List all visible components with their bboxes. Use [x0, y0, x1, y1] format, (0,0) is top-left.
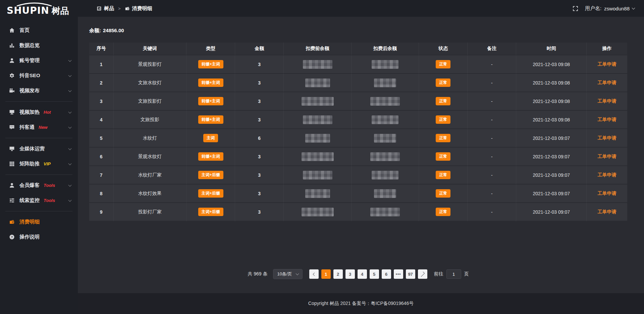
cell-keyword: 投影灯厂家 — [114, 203, 187, 221]
page-button-5[interactable]: 5 — [370, 269, 379, 279]
masked-value — [305, 189, 330, 198]
work-order-link[interactable]: 工单申请 — [598, 209, 616, 214]
cell-index: 6 — [89, 148, 114, 166]
masked-value — [370, 97, 400, 106]
cell-remark: - — [468, 74, 516, 92]
work-order-link[interactable]: 工单申请 — [598, 98, 616, 104]
page-size-value: 10条/页 — [277, 271, 292, 277]
sidebar-item-clue-monitor[interactable]: 线索监控Tools — [0, 193, 78, 208]
masked-value — [302, 97, 334, 106]
work-order-link[interactable]: 工单申请 — [598, 135, 616, 141]
sidebar-item-douyin-seo[interactable]: 抖音SEO — [0, 68, 78, 83]
work-order-link[interactable]: 工单申请 — [598, 117, 616, 122]
sidebar-item-instructions[interactable]: ?操作说明 — [0, 229, 78, 245]
work-order-link[interactable]: 工单申请 — [598, 61, 616, 67]
status-badge: 正常 — [436, 60, 450, 68]
gear-icon — [9, 73, 15, 78]
sidebar-divider — [5, 138, 72, 138]
breadcrumb-label: 树品 — [104, 5, 114, 12]
content-area: 余额:24856.00 序号关键词类型金额扣费前余额扣费后余额状态备注时间操作 … — [78, 17, 644, 293]
sidebar-item-label: 数据总览 — [19, 42, 40, 49]
cell-type: 前缀+主词 — [186, 148, 235, 166]
page-button-97[interactable]: 97 — [406, 269, 415, 279]
status-badge: 正常 — [436, 78, 450, 87]
page-size-select[interactable]: 10条/页 — [273, 269, 303, 279]
sidebar-item-media-operation[interactable]: 全媒体运营 — [0, 141, 78, 156]
cell-amount: 3 — [235, 92, 284, 111]
page-button-2[interactable]: 2 — [333, 269, 343, 279]
cell-remark: - — [468, 111, 516, 129]
cell-action: 工单申请 — [587, 185, 627, 203]
page-button-1[interactable]: 1 — [321, 269, 331, 279]
work-order-link[interactable]: 工单申请 — [598, 154, 616, 159]
cell-index: 8 — [89, 185, 114, 203]
next-page-button[interactable] — [418, 269, 427, 279]
cell-time: 2021-12-03 09:08 — [516, 92, 587, 111]
prev-page-button[interactable] — [309, 269, 319, 279]
table-row: 3文旅投影灯前缀+主词3正常-2021-12-03 09:08工单申请 — [89, 92, 627, 111]
sidebar-divider — [5, 211, 72, 211]
sidebar-item-label: 抖音SEO — [19, 72, 40, 79]
cell-pre-balance — [284, 148, 352, 166]
column-header: 金额 — [235, 43, 284, 55]
chevron-down-icon — [296, 272, 299, 275]
sidebar-divider — [5, 101, 72, 102]
cell-post-balance — [352, 166, 419, 185]
masked-value — [370, 208, 400, 216]
wallet-icon — [9, 219, 15, 225]
cell-type: 主词+后缀 — [186, 185, 235, 203]
cell-pre-balance — [284, 74, 352, 92]
cell-pre-balance — [284, 185, 352, 203]
cell-amount: 3 — [235, 185, 284, 203]
cell-post-balance — [352, 148, 419, 166]
wallet-icon — [125, 6, 130, 11]
work-order-link[interactable]: 工单申请 — [598, 191, 616, 196]
sidebar-item-data-overview[interactable]: 数据总览 — [0, 38, 78, 53]
status-badge: 正常 — [436, 189, 450, 197]
fullscreen-icon[interactable] — [573, 6, 578, 11]
chevron-down-icon — [68, 147, 72, 150]
table-row: 9投影灯厂家主词+后缀3正常-2021-12-03 09:07工单申请 — [89, 203, 627, 221]
more-pages-button[interactable]: ••• — [394, 269, 403, 279]
sidebar-item-douketong[interactable]: 抖客通New — [0, 120, 78, 135]
page-button-3[interactable]: 3 — [345, 269, 355, 279]
cell-action: 工单申请 — [587, 74, 627, 92]
page-button-6[interactable]: 6 — [382, 269, 391, 279]
cell-amount: 3 — [235, 74, 284, 92]
masked-value — [374, 189, 396, 198]
masked-value — [372, 171, 398, 179]
cell-status: 正常 — [419, 166, 468, 185]
sidebar-item-label: 抖客通 — [19, 124, 35, 130]
masked-value — [305, 134, 330, 143]
work-order-link[interactable]: 工单申请 — [598, 80, 616, 85]
monitor-icon — [9, 146, 15, 152]
work-order-link[interactable]: 工单申请 — [598, 172, 616, 177]
bar-chart-icon — [9, 43, 15, 48]
sidebar-item-account-management[interactable]: 账号管理 — [0, 53, 78, 68]
sidebar-item-consume-detail[interactable]: 消费明细 — [0, 214, 78, 229]
breadcrumb-item[interactable]: 消费明细 — [125, 5, 152, 12]
logo: SHUPIN 树品 — [0, 0, 78, 18]
sidebar-item-label: 全媒体运营 — [19, 146, 45, 152]
page-button-4[interactable]: 4 — [358, 269, 367, 279]
cell-remark: - — [468, 185, 516, 203]
cell-amount: 6 — [235, 129, 284, 148]
cell-status: 正常 — [419, 148, 468, 166]
breadcrumb-separator: > — [118, 6, 121, 11]
sidebar-item-matrix-boost[interactable]: 矩阵助推VIP — [0, 156, 78, 171]
chevron-down-icon — [68, 110, 72, 113]
cell-type: 前缀+主词 — [186, 55, 235, 74]
username-dropdown[interactable]: 用户名: zswodun88 — [585, 5, 635, 12]
cell-post-balance — [352, 185, 419, 203]
sidebar-item-video-publish[interactable]: 视频发布 — [0, 83, 78, 98]
type-badge: 主词 — [203, 134, 218, 142]
sidebar-item-home[interactable]: 首页 — [0, 23, 78, 38]
sidebar-item-member-baoke[interactable]: 会员爆客Tools — [0, 178, 78, 193]
cell-remark: - — [468, 203, 516, 221]
chevron-down-icon — [68, 183, 72, 187]
table-row: 8水纹灯效果主词+后缀3正常-2021-12-03 09:07工单申请 — [89, 185, 627, 203]
masked-value — [374, 134, 396, 143]
breadcrumb-item[interactable]: 树品 — [97, 5, 114, 12]
goto-page-input[interactable] — [446, 269, 461, 279]
sidebar-item-video-heat[interactable]: 视频加热Hot — [0, 105, 78, 120]
